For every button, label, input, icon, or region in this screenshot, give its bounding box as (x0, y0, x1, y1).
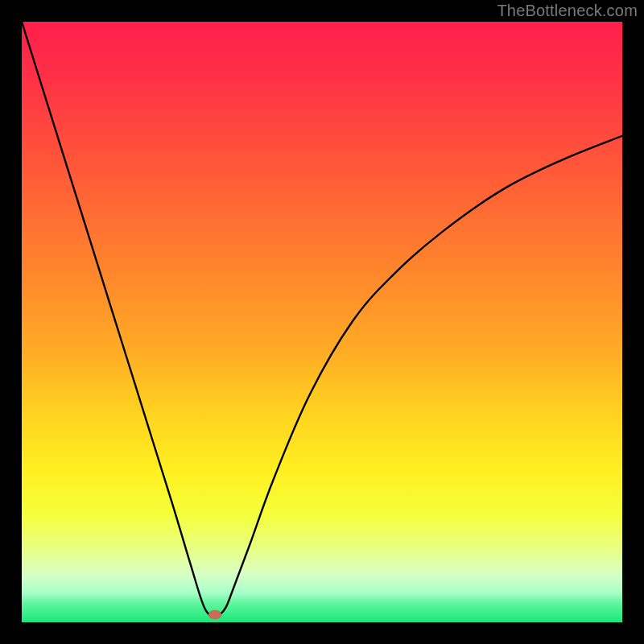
curve-svg (22, 22, 622, 622)
watermark-text: TheBottleneck.com (497, 2, 638, 20)
bottleneck-curve (22, 22, 622, 617)
plot-area (22, 22, 622, 622)
optimum-marker (208, 610, 221, 619)
chart-frame: TheBottleneck.com (0, 0, 644, 644)
